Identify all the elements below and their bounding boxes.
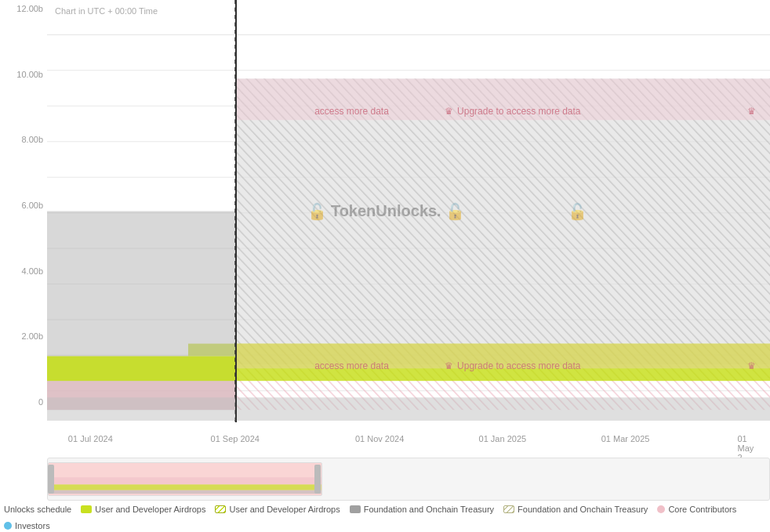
legend-label-airdrops-hatched: User and Developer Airdrops — [229, 505, 340, 514]
legend-dot-investors — [4, 522, 12, 530]
y-label-12: 12.00b — [4, 4, 43, 13]
upgrade-banner-2[interactable]: ♛ Upgrade to access more data — [445, 106, 580, 117]
legend-label-core: Core Contributors — [668, 505, 736, 514]
chart-area: Chart in UTC + 00:00 Time — [47, 0, 770, 422]
lock-icon-3: 🔓 — [568, 202, 587, 221]
legend-label-foundation-hatched: Foundation and Onchain Treasury — [518, 505, 648, 514]
legend-label-foundation-solid: Foundation and Onchain Treasury — [364, 505, 494, 514]
legend-color-yellow — [81, 505, 92, 513]
y-label-0: 0 — [4, 397, 43, 407]
access-text-2: access more data — [314, 360, 389, 371]
crown-icon-3: ♛ — [445, 360, 453, 371]
x-label-jul: 01 Jul 2024 — [68, 434, 113, 443]
crown-icon-2: ♛ — [747, 106, 756, 117]
lock-icon-2: 🔓 — [445, 202, 465, 221]
legend-item-foundation-hatched: Foundation and Onchain Treasury — [503, 505, 648, 514]
y-label-2: 2.00b — [4, 331, 43, 341]
x-label-nov: 01 Nov 2024 — [355, 434, 404, 443]
crown-icon-4: ♛ — [747, 360, 756, 371]
svg-rect-27 — [47, 397, 770, 421]
lock-icon-1: 🔓 — [307, 202, 327, 221]
x-label-mar: 01 Mar 2025 — [601, 434, 650, 443]
legend-title-text: Unlocks schedule — [4, 505, 71, 514]
svg-rect-18 — [235, 78, 770, 364]
scroll-handle-right[interactable] — [314, 465, 321, 494]
upgrade-banner-1[interactable]: access more data — [314, 106, 389, 117]
access-text-1: access more data — [314, 106, 389, 117]
upgrade-banner-5[interactable]: ♛ Upgrade to access more data — [445, 360, 580, 371]
legend-label-airdrops-solid: User and Developer Airdrops — [95, 505, 205, 514]
legend-item-airdrops-hatched: User and Developer Airdrops — [215, 505, 340, 514]
legend-color-yellow-hatched — [215, 505, 226, 513]
upgrade-banner-4[interactable]: access more data — [314, 360, 389, 371]
watermark-1: 🔓 TokenUnlocks. 🔓 — [307, 202, 465, 221]
upgrade-banner-3[interactable]: ♛ — [747, 106, 756, 117]
scroll-handle-left[interactable] — [48, 465, 54, 494]
y-label-8: 8.00b — [4, 135, 43, 144]
svg-rect-19 — [47, 356, 235, 381]
today-line: Today — [235, 0, 237, 422]
x-axis: 01 Jul 2024 01 Sep 2024 01 Nov 2024 01 J… — [47, 430, 770, 454]
upgrade-banner-6[interactable]: ♛ — [747, 360, 756, 371]
y-label-6: 6.00b — [4, 201, 43, 210]
upgrade-text-2: Upgrade to access more data — [457, 360, 580, 371]
legend-color-gray — [350, 505, 361, 513]
legend-item-foundation-solid: Foundation and Onchain Treasury — [350, 505, 494, 514]
legend-item-airdrops-solid: User and Developer Airdrops — [81, 505, 205, 514]
scroll-thumb[interactable] — [48, 462, 322, 496]
legend-color-gray-hatched — [503, 505, 514, 513]
upgrade-text-1: Upgrade to access more data — [457, 106, 580, 117]
watermark-text-1: TokenUnlocks. — [331, 202, 441, 220]
svg-rect-29 — [49, 484, 321, 490]
legend: Unlocks schedule User and Developer Aird… — [0, 502, 770, 532]
chart-container: 12.00b 10.00b 8.00b 6.00b 4.00b 2.00b 0 … — [0, 0, 770, 532]
y-label-4: 4.00b — [4, 266, 43, 276]
scroll-navigator[interactable] — [47, 458, 770, 501]
crown-icon-1: ♛ — [445, 106, 453, 117]
x-label-jan: 01 Jan 2025 — [479, 434, 527, 443]
legend-dot-core — [657, 505, 665, 513]
y-axis: 12.00b 10.00b 8.00b 6.00b 4.00b 2.00b 0 — [0, 0, 47, 422]
x-label-sep: 01 Sep 2024 — [211, 434, 260, 443]
y-label-10: 10.00b — [4, 70, 43, 79]
legend-item-investors: Investors — [4, 521, 50, 530]
legend-item-core: Core Contributors — [657, 505, 736, 514]
legend-title: Unlocks schedule — [4, 505, 71, 514]
svg-rect-28 — [49, 477, 321, 484]
watermark-2: 🔓 — [568, 202, 587, 221]
legend-label-investors: Investors — [15, 521, 50, 530]
svg-rect-23 — [47, 212, 235, 356]
svg-rect-30 — [49, 490, 321, 494]
